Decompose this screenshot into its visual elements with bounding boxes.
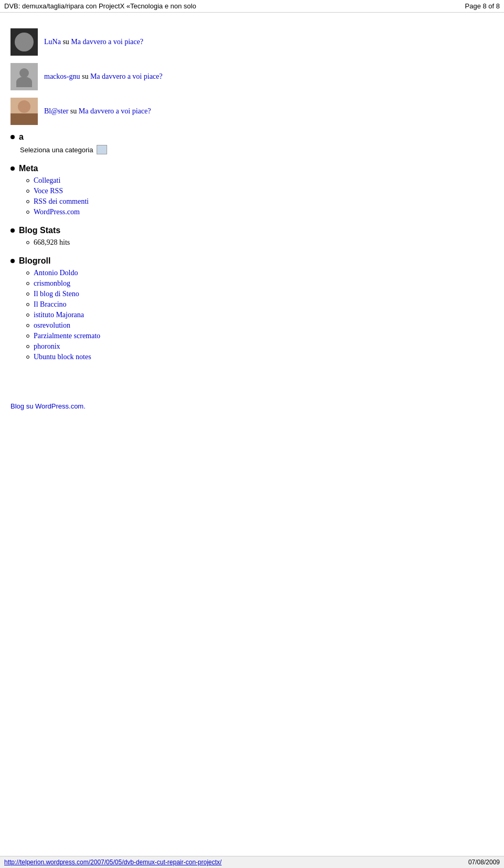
footer: Blog su WordPress.com. [0, 402, 504, 411]
page-number: Page 8 of 8 [465, 2, 500, 10]
category-select[interactable] [97, 145, 107, 154]
avatar [10, 63, 38, 90]
blogroll-title: Blogroll [19, 256, 50, 266]
sub-bullet-icon [26, 313, 29, 317]
author-post-link[interactable]: Ma davvero a voi piace? [90, 72, 163, 80]
meta-title: Meta [19, 164, 38, 173]
section-blogroll: Blogroll Antonio Doldo crismonblog Il bl… [10, 256, 494, 361]
avatar [10, 98, 38, 125]
list-item: Antonio Doldo [26, 269, 494, 277]
list-item: Voce RSS [26, 187, 494, 195]
top-bar: DVB: demuxa/taglia/ripara con ProjectX «… [0, 0, 504, 13]
status-bar: http://telperion.wordpress.com/2007/05/0… [0, 856, 504, 868]
list-item: Il Braccino [26, 300, 494, 309]
list-item: Ubuntu block notes [26, 353, 494, 361]
bullet-icon [10, 259, 15, 263]
author-rows: LuNa su Ma davvero a voi piace? mackos-g… [10, 28, 494, 125]
sub-bullet-icon [26, 345, 29, 348]
category-label: Seleziona una categoria [20, 146, 93, 154]
bullet-icon [10, 166, 15, 171]
main-content: LuNa su Ma davvero a voi piace? mackos-g… [0, 13, 504, 386]
blogroll-parzialmente-link[interactable]: Parzialmente scremato [34, 332, 100, 340]
meta-voce-rss-link[interactable]: Voce RSS [34, 187, 63, 195]
footer-wordpress-link[interactable]: Blog su WordPress.com. [10, 402, 86, 410]
list-item: osrevolution [26, 321, 494, 330]
meta-list: Collegati Voce RSS RSS dei commenti Word… [10, 176, 494, 216]
bullet-icon [10, 228, 15, 233]
author-post-link[interactable]: Ma davvero a voi piace? [71, 38, 143, 46]
blog-stats-title: Blog Stats [19, 226, 60, 235]
hits-count: 668,928 hits [34, 238, 70, 247]
blogroll-steno-link[interactable]: Il blog di Steno [34, 290, 79, 298]
blog-stats-list: 668,928 hits [10, 238, 494, 247]
sub-bullet-icon [26, 355, 29, 359]
section-blog-stats: Blog Stats 668,928 hits [10, 226, 494, 247]
list-item: Il blog di Steno [26, 290, 494, 298]
author-row: mackos-gnu su Ma davvero a voi piace? [10, 63, 494, 90]
sub-bullet-icon [26, 282, 29, 285]
list-item: WordPress.com [26, 208, 494, 216]
section-a-title: a [19, 132, 24, 142]
meta-rss-commenti-link[interactable]: RSS dei commenti [34, 197, 89, 206]
list-item: Parzialmente scremato [26, 332, 494, 340]
section-a: a Seleziona una categoria [10, 132, 494, 154]
sub-bullet-icon [26, 241, 29, 244]
sub-bullet-icon [26, 211, 29, 214]
avatar [10, 28, 38, 56]
bullet-icon [10, 135, 15, 139]
sub-bullet-icon [26, 271, 29, 275]
blogroll-ubuntu-link[interactable]: Ubuntu block notes [34, 353, 91, 361]
blogroll-majorana-link[interactable]: istituto Majorana [34, 311, 84, 319]
list-item: istituto Majorana [26, 311, 494, 319]
blogroll-osrevolution-link[interactable]: osrevolution [34, 321, 70, 330]
author-name-link[interactable]: mackos-gnu [44, 72, 80, 80]
list-item: RSS dei commenti [26, 197, 494, 206]
author-name-link[interactable]: LuNa [44, 38, 61, 46]
sub-bullet-icon [26, 292, 29, 296]
list-item: Collegati [26, 176, 494, 185]
sub-bullet-icon [26, 200, 29, 203]
sub-bullet-icon [26, 179, 29, 182]
sub-bullet-icon [26, 190, 29, 193]
author-name-link[interactable]: Bl@ster [44, 107, 68, 115]
list-item: 668,928 hits [26, 238, 494, 247]
status-date: 07/08/2009 [468, 859, 500, 866]
blogroll-braccino-link[interactable]: Il Braccino [34, 300, 67, 309]
category-row: Seleziona una categoria [20, 145, 494, 154]
author-post-link[interactable]: Ma davvero a voi piace? [79, 107, 151, 115]
blogroll-list: Antonio Doldo crismonblog Il blog di Ste… [10, 269, 494, 361]
list-item: crismonblog [26, 279, 494, 288]
meta-collegati-link[interactable]: Collegati [34, 176, 60, 185]
blogroll-crismonblog-link[interactable]: crismonblog [34, 279, 70, 288]
status-url-link[interactable]: http://telperion.wordpress.com/2007/05/0… [4, 859, 222, 866]
sub-bullet-icon [26, 303, 29, 306]
blogroll-phoronix-link[interactable]: phoronix [34, 342, 60, 351]
sub-bullet-icon [26, 324, 29, 327]
sub-bullet-icon [26, 334, 29, 338]
section-meta: Meta Collegati Voce RSS RSS dei commenti… [10, 164, 494, 216]
meta-wordpress-link[interactable]: WordPress.com [34, 208, 80, 216]
author-row: Bl@ster su Ma davvero a voi piace? [10, 98, 494, 125]
author-row: LuNa su Ma davvero a voi piace? [10, 28, 494, 56]
list-item: phoronix [26, 342, 494, 351]
blogroll-antonio-link[interactable]: Antonio Doldo [34, 269, 78, 277]
page-title: DVB: demuxa/taglia/ripara con ProjectX «… [4, 2, 196, 10]
